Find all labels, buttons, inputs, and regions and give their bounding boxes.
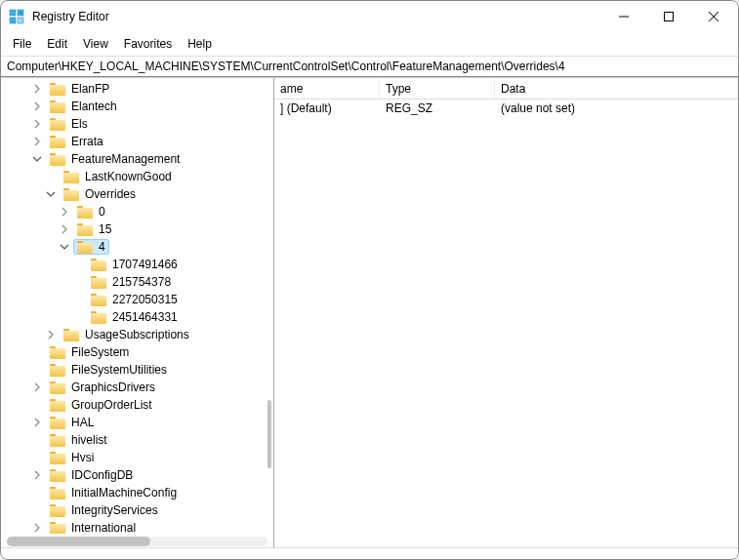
value-type-cell: REG_SZ (380, 100, 495, 116)
chevron-right-icon[interactable] (32, 119, 46, 129)
menu-help[interactable]: Help (180, 34, 220, 54)
address-path: Computer\HKEY_LOCAL_MACHINE\SYSTEM\Curre… (7, 60, 565, 73)
chevron-right-icon[interactable] (32, 523, 46, 533)
tree-node-overrides[interactable]: Overrides (1, 185, 273, 203)
tree-node-label: GroupOrderList (69, 398, 154, 412)
chevron-right-icon[interactable] (60, 207, 73, 217)
value-name-cell: ] (Default) (274, 100, 380, 116)
value-data-cell: (value not set) (495, 100, 738, 116)
tree-node-label: UsageSubscriptions (83, 328, 191, 341)
tree-node-elantech[interactable]: Elantech (1, 98, 273, 115)
column-header-type[interactable]: Type (380, 79, 495, 99)
chevron-down-icon[interactable] (32, 154, 46, 164)
tree-node-hvsi[interactable]: Hvsi (1, 449, 273, 466)
content-area: ElanFPElantechElsErrataFeatureManagement… (1, 77, 738, 547)
tree-node-filesystem[interactable]: FileSystem (1, 343, 273, 361)
tree-node-label: Errata (69, 135, 105, 148)
statusbar (1, 547, 738, 559)
column-header-name[interactable]: ame (274, 79, 380, 99)
tree-node-international[interactable]: International (1, 519, 273, 534)
window-title: Registry Editor (32, 10, 601, 23)
tree-node-label: IDConfigDB (69, 468, 135, 482)
close-button[interactable] (691, 1, 736, 32)
tree-node-2451464331[interactable]: 2451464331 (1, 308, 273, 326)
values-list[interactable]: ] (Default)REG_SZ(value not set) (274, 100, 738, 117)
tree-node-1707491466[interactable]: 1707491466 (1, 256, 273, 273)
titlebar: Registry Editor (1, 1, 738, 32)
chevron-right-icon[interactable] (32, 418, 46, 427)
chevron-down-icon[interactable] (60, 242, 73, 252)
tree-node-hivelist[interactable]: hivelist (1, 431, 273, 449)
tree-node-idconfigdb[interactable]: IDConfigDB (1, 466, 273, 484)
tree-node-label: HAL (69, 416, 96, 429)
tree-node-initialmachineconfig[interactable]: InitialMachineConfig (1, 484, 273, 501)
folder-icon (63, 329, 79, 341)
tree-node-els[interactable]: Els (1, 115, 273, 133)
minimize-button[interactable] (601, 1, 646, 32)
chevron-down-icon[interactable] (46, 189, 60, 199)
tree-node-15[interactable]: 15 (1, 220, 273, 238)
tree-node-elanfp[interactable]: ElanFP (1, 80, 273, 98)
tree-node-featuremanagement[interactable]: FeatureManagement (1, 150, 273, 168)
tree-node-label: 15 (97, 222, 113, 236)
tree-node-2272050315[interactable]: 2272050315 (1, 291, 273, 308)
chevron-right-icon[interactable] (32, 470, 46, 480)
tree-horizontal-scrollbar[interactable] (7, 536, 267, 547)
folder-icon (50, 153, 65, 166)
tree-node-label: 0 (97, 205, 107, 219)
tree-node-hal[interactable]: HAL (1, 414, 273, 431)
tree-node-label: 4 (97, 240, 107, 254)
tree-node-label: LastKnownGood (83, 170, 174, 183)
menu-view[interactable]: View (75, 34, 116, 54)
value-row[interactable]: ] (Default)REG_SZ(value not set) (274, 100, 738, 117)
folder-icon (77, 241, 93, 254)
tree-node-errata[interactable]: Errata (1, 133, 273, 150)
window-controls (601, 1, 736, 32)
registry-editor-window: Registry Editor File Edit View Favorites… (0, 0, 739, 560)
registry-tree[interactable]: ElanFPElantechElsErrataFeatureManagement… (1, 78, 273, 534)
tree-node-4[interactable]: 4 (1, 238, 273, 256)
chevron-right-icon[interactable] (32, 84, 46, 94)
tree-node-0[interactable]: 0 (1, 203, 273, 220)
folder-icon (50, 381, 65, 394)
menu-edit[interactable]: Edit (39, 34, 75, 54)
menu-file[interactable]: File (5, 34, 39, 54)
folder-icon (77, 223, 93, 236)
address-bar[interactable]: Computer\HKEY_LOCAL_MACHINE\SYSTEM\Curre… (1, 56, 738, 77)
tree-node-label: ElanFP (69, 82, 111, 96)
folder-icon (50, 487, 65, 500)
minimize-icon (619, 12, 629, 21)
folder-icon (91, 294, 106, 306)
menubar: File Edit View Favorites Help (1, 32, 738, 56)
svg-rect-3 (18, 18, 23, 23)
tree-node-label: Els (69, 117, 90, 131)
chevron-right-icon[interactable] (46, 330, 60, 340)
maximize-button[interactable] (646, 1, 691, 32)
tree-vertical-scrollbar[interactable] (267, 400, 271, 468)
folder-icon (50, 522, 65, 535)
tree-pane: ElanFPElantechElsErrataFeatureManagement… (1, 78, 274, 547)
tree-node-215754378[interactable]: 215754378 (1, 273, 273, 291)
column-headers: ame Type Data (274, 78, 738, 100)
chevron-right-icon[interactable] (32, 101, 46, 111)
folder-icon (63, 171, 79, 183)
folder-icon (50, 364, 65, 377)
tree-node-lastknowngood[interactable]: LastKnownGood (1, 168, 273, 185)
tree-node-usagesubscriptions[interactable]: UsageSubscriptions (1, 326, 273, 343)
tree-node-filesystemutilities[interactable]: FileSystemUtilities (1, 361, 273, 379)
menu-favorites[interactable]: Favorites (116, 34, 180, 54)
chevron-right-icon[interactable] (60, 224, 73, 234)
tree-node-grouporderlist[interactable]: GroupOrderList (1, 396, 273, 414)
svg-rect-0 (10, 10, 16, 16)
tree-node-label: 1707491466 (110, 258, 180, 271)
chevron-right-icon[interactable] (32, 137, 46, 146)
folder-icon (50, 399, 65, 412)
folder-icon (91, 259, 106, 271)
tree-node-integrityservices[interactable]: IntegrityServices (1, 501, 273, 519)
column-header-data[interactable]: Data (495, 79, 738, 99)
chevron-right-icon[interactable] (32, 382, 46, 392)
tree-node-graphicsdrivers[interactable]: GraphicsDrivers (1, 379, 273, 396)
tree-hscroll-thumb[interactable] (7, 537, 150, 546)
folder-icon (63, 188, 79, 201)
folder-icon (50, 417, 65, 429)
